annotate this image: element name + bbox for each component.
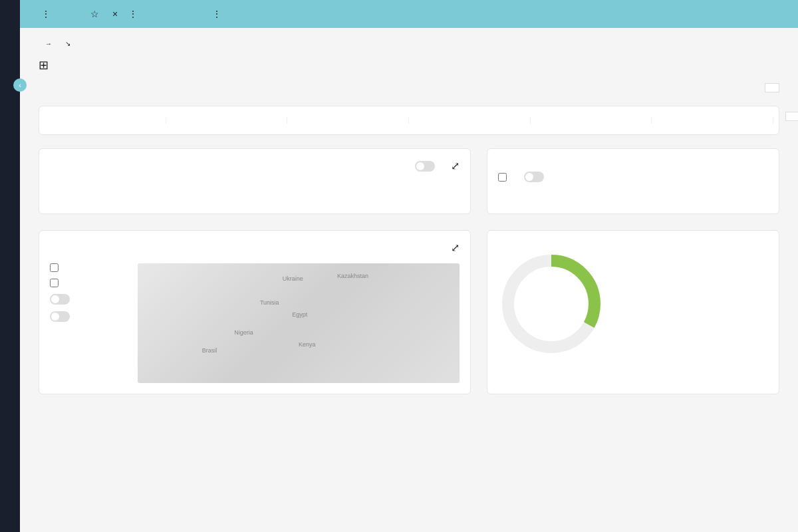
contact-donut (498, 251, 604, 357)
fatigue-risk-panel: ⤢ (39, 148, 471, 214)
time-filter-select[interactable] (785, 112, 798, 121)
include-normal-checkbox[interactable] (498, 173, 511, 182)
sp-menu-icon[interactable]: ⋮ (126, 9, 140, 19)
time-filter (785, 106, 798, 121)
topbar: ⋮ ☆ × ⋮ ⋮ (20, 0, 798, 28)
sidebar: ‹ (0, 0, 20, 532)
map-fleets-checkbox[interactable] (50, 263, 130, 272)
stat-tracking (409, 117, 531, 124)
contact-table (618, 301, 768, 307)
dashboard-icon: ⊞ (39, 58, 49, 72)
timezone-select[interactable] (765, 83, 779, 92)
sidebar-collapse-button[interactable]: ‹ (13, 78, 27, 92)
sp-clear-icon[interactable]: × (110, 9, 120, 19)
stats-card (39, 106, 779, 135)
stat-fatigue-events (166, 117, 288, 124)
map-pause-toggle[interactable] (50, 294, 130, 305)
vehicle-contact-panel (487, 230, 779, 394)
account-menu-icon[interactable]: ⋮ (209, 9, 224, 19)
elevated-label (50, 182, 94, 187)
expand-icon[interactable]: ⤢ (451, 160, 460, 172)
map-expand-icon[interactable]: ⤢ (451, 241, 460, 254)
map-panel: ⤢ Ukraine Kazakhstan Tunisia (39, 230, 471, 394)
events-panel (487, 148, 779, 214)
host-menu-icon[interactable]: ⋮ (39, 9, 53, 19)
stat-fatigue-risk (287, 117, 409, 124)
stat-operating-time (531, 117, 652, 124)
pause-events-toggle[interactable] (524, 172, 548, 182)
normal-label (50, 192, 94, 198)
breadcrumb: → ↘ (39, 40, 779, 47)
map-vehicles-checkbox[interactable] (50, 279, 130, 287)
map-canvas[interactable]: Ukraine Kazakhstan Tunisia Egypt Nigeria… (138, 263, 460, 383)
chevron-down-icon[interactable]: ↘ (65, 40, 70, 47)
star-icon[interactable]: ☆ (90, 9, 99, 19)
stat-distance (652, 117, 773, 124)
stat-vehicles-reporting (45, 117, 166, 124)
chevron-right-icon: → (45, 40, 52, 47)
map-events-toggle[interactable] (50, 311, 130, 322)
chart-toggle[interactable] (415, 161, 435, 172)
